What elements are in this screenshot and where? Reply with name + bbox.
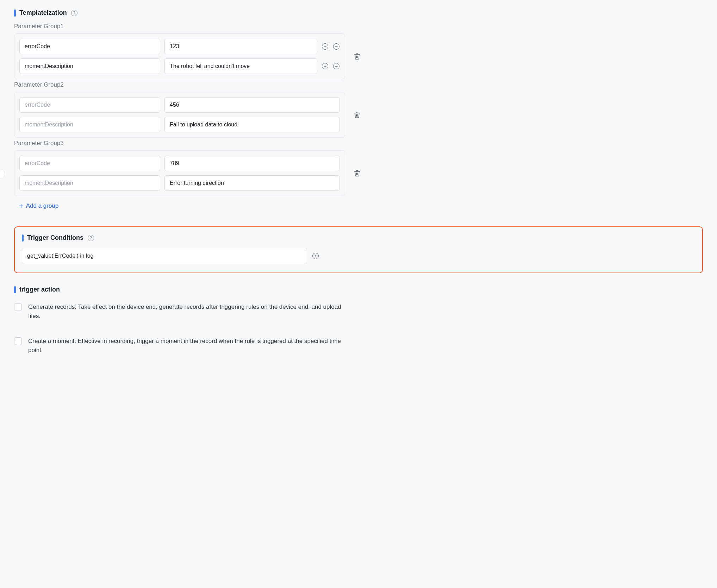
parameter-group	[14, 150, 345, 196]
parameter-row	[19, 175, 340, 191]
templateization-header: Templateization ?	[14, 9, 703, 17]
parameter-row	[19, 97, 340, 113]
parameter-row: +−	[19, 58, 340, 74]
plus-circle-icon: +	[312, 253, 319, 259]
parameter-value-input[interactable]	[164, 117, 340, 132]
parameter-key-input[interactable]	[19, 117, 160, 132]
group-label: Parameter Group2	[14, 81, 703, 88]
add-condition-button[interactable]: +	[312, 252, 319, 259]
parameter-key-input[interactable]	[19, 175, 160, 191]
group-label: Parameter Group3	[14, 140, 703, 147]
minus-circle-icon: −	[333, 63, 339, 69]
trigger-action-option: Generate records: Take effect on the dev…	[14, 302, 352, 321]
plus-circle-icon: +	[322, 43, 328, 50]
checkbox-label: Create a moment: Effective in recording,…	[28, 337, 352, 355]
plus-icon: +	[19, 202, 23, 209]
side-collapse-knob[interactable]	[0, 169, 5, 179]
checkbox-label: Generate records: Take effect on the dev…	[28, 302, 352, 321]
parameter-row	[19, 117, 340, 132]
trigger-action-title: trigger action	[19, 286, 60, 293]
parameter-group: +−+−	[14, 33, 345, 79]
trigger-action-header: trigger action	[14, 286, 703, 293]
delete-group-button[interactable]	[351, 111, 363, 118]
trigger-conditions-header: Trigger Conditions ?	[22, 234, 695, 242]
section-bar-icon	[14, 10, 16, 17]
add-row-button[interactable]: +	[322, 63, 329, 70]
section-bar-icon	[22, 234, 24, 242]
checkbox[interactable]	[14, 303, 22, 311]
add-group-button[interactable]: + Add a group	[19, 202, 58, 209]
parameter-value-input[interactable]	[164, 175, 340, 191]
minus-circle-icon: −	[333, 43, 339, 50]
parameter-key-input[interactable]	[19, 39, 160, 54]
section-bar-icon	[14, 286, 16, 293]
trigger-conditions-section: Trigger Conditions ? +	[14, 226, 703, 273]
remove-row-button[interactable]: −	[333, 43, 340, 50]
parameter-value-input[interactable]	[164, 39, 317, 54]
plus-circle-icon: +	[322, 63, 328, 69]
trigger-action-option: Create a moment: Effective in recording,…	[14, 337, 352, 355]
parameter-key-input[interactable]	[19, 97, 160, 113]
trash-icon	[354, 53, 361, 60]
parameter-row: +−	[19, 39, 340, 54]
parameter-key-input[interactable]	[19, 58, 160, 74]
group-label: Parameter Group1	[14, 23, 703, 30]
parameter-value-input[interactable]	[164, 58, 317, 74]
parameter-value-input[interactable]	[164, 156, 340, 171]
trash-icon	[354, 170, 361, 177]
delete-group-button[interactable]	[351, 170, 363, 177]
templateization-title: Templateization	[19, 9, 67, 17]
parameter-group	[14, 92, 345, 138]
parameter-value-input[interactable]	[164, 97, 340, 113]
add-row-button[interactable]: +	[322, 43, 329, 50]
checkbox[interactable]	[14, 337, 22, 345]
trash-icon	[354, 111, 361, 118]
remove-row-button[interactable]: −	[333, 63, 340, 70]
add-group-label: Add a group	[26, 202, 59, 209]
help-icon[interactable]: ?	[88, 235, 94, 241]
delete-group-button[interactable]	[351, 53, 363, 60]
parameter-key-input[interactable]	[19, 156, 160, 171]
parameter-row	[19, 156, 340, 171]
trigger-condition-input[interactable]	[22, 248, 307, 264]
trigger-conditions-title: Trigger Conditions	[27, 234, 83, 242]
help-icon[interactable]: ?	[71, 10, 77, 16]
